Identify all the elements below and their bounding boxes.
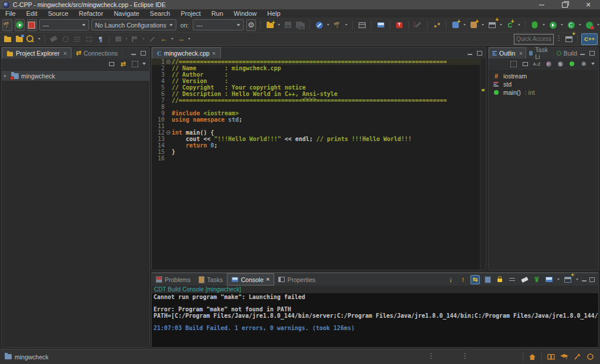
- run-as-icon[interactable]: [548, 20, 558, 30]
- tab-task-list[interactable]: Task Li: [526, 47, 554, 59]
- spelling-marker[interactable]: [482, 89, 485, 91]
- launch-config-combo[interactable]: No Launch Configurations: [91, 19, 176, 30]
- line-number[interactable]: 13: [152, 136, 165, 142]
- chevron-down-icon[interactable]: [142, 38, 145, 40]
- code-line[interactable]: 7//=====================================…: [152, 97, 486, 104]
- block-selection-icon[interactable]: [84, 34, 94, 44]
- show-whitespace-icon[interactable]: ¶: [96, 34, 105, 44]
- maximize-view-icon[interactable]: [141, 51, 146, 56]
- paw-icon[interactable]: [432, 20, 442, 30]
- search-icon[interactable]: [26, 34, 36, 44]
- chevron-down-icon[interactable]: [482, 24, 484, 26]
- skip-breakpoints-icon[interactable]: [314, 20, 324, 30]
- display-console-icon[interactable]: [544, 275, 554, 284]
- code-line[interactable]: 4// Version :: [152, 78, 486, 84]
- menu-item-search[interactable]: Search: [145, 10, 176, 17]
- code-line[interactable]: 8: [152, 104, 486, 110]
- chevron-down-icon[interactable]: [543, 24, 545, 26]
- back-icon[interactable]: ←: [159, 34, 169, 44]
- open-perspective-icon[interactable]: [564, 34, 574, 44]
- code-line[interactable]: 9#include <iostream>: [152, 110, 486, 116]
- minimize-view-icon[interactable]: [582, 280, 587, 281]
- chevron-down-icon[interactable]: [345, 24, 347, 26]
- code-line[interactable]: 5// Copyright : Your copyright notice: [152, 84, 486, 91]
- menu-item-source[interactable]: Source: [43, 10, 74, 17]
- console-view-icon[interactable]: [357, 20, 367, 30]
- line-number[interactable]: 14: [152, 142, 165, 149]
- chevron-down-icon[interactable]: [518, 24, 520, 26]
- tree-item-mingwcheck[interactable]: ▸ mingwcheck: [2, 71, 149, 81]
- open-console-icon[interactable]: [563, 275, 572, 284]
- show-error-in-editor-toggle[interactable]: ⇆: [471, 275, 480, 284]
- open-element-icon[interactable]: [14, 34, 24, 44]
- chevron-down-icon[interactable]: [278, 24, 280, 26]
- line-number[interactable]: 1: [152, 59, 165, 65]
- hide-non-public-icon[interactable]: [568, 60, 576, 68]
- link-with-editor-icon[interactable]: ⇄: [119, 60, 127, 68]
- menu-item-file[interactable]: File: [0, 10, 21, 17]
- line-number[interactable]: 8: [152, 104, 165, 110]
- outline-item-std[interactable]: std: [493, 80, 598, 88]
- open-type-icon[interactable]: [394, 20, 404, 30]
- chevron-down-icon[interactable]: [327, 24, 329, 26]
- code-line[interactable]: 6// Description : Hello World in C++, An…: [152, 91, 486, 97]
- tab-properties[interactable]: Properties: [274, 273, 319, 286]
- chevron-down-icon[interactable]: [557, 279, 560, 280]
- chevron-down-icon[interactable]: [579, 24, 581, 26]
- minimize-view-icon[interactable]: [468, 54, 472, 55]
- line-number[interactable]: 9: [152, 110, 165, 116]
- menu-item-help[interactable]: Help: [262, 10, 286, 17]
- new-wizard-icon[interactable]: [265, 20, 275, 30]
- external-tools-icon[interactable]: [584, 20, 594, 30]
- view-menu-icon[interactable]: [142, 63, 146, 65]
- chevron-down-icon[interactable]: [171, 38, 173, 40]
- profile-icon[interactable]: [566, 20, 576, 30]
- close-icon[interactable]: ✕: [519, 51, 523, 56]
- close-icon[interactable]: ✕: [266, 277, 270, 282]
- code-line[interactable]: 10using namespace std;: [152, 116, 486, 123]
- chevron-down-icon[interactable]: [500, 24, 502, 26]
- restore-button[interactable]: [553, 0, 577, 9]
- collapse-all-icon[interactable]: [521, 60, 529, 68]
- annotation-nav-icon[interactable]: [130, 34, 140, 44]
- hide-fields-icon[interactable]: F: [544, 60, 553, 68]
- cpp-perspective-button[interactable]: C++: [581, 33, 598, 45]
- hide-inactive-icon[interactable]: ✱: [579, 60, 588, 68]
- tab-console[interactable]: Console✕: [227, 273, 274, 286]
- line-number[interactable]: 15: [152, 149, 165, 155]
- console-output[interactable]: Cannot run program "make": Launching fai…: [152, 293, 598, 347]
- home-icon[interactable]: [529, 353, 536, 360]
- code-area[interactable]: 1//=====================================…: [152, 59, 486, 270]
- debug-icon[interactable]: [530, 20, 540, 30]
- slash-icon[interactable]: [147, 34, 157, 44]
- line-number[interactable]: 12: [152, 129, 165, 136]
- code-line[interactable]: 3// Author :: [152, 71, 486, 78]
- forward-icon[interactable]: →: [176, 34, 186, 44]
- wrap-lines-icon[interactable]: [72, 34, 82, 44]
- line-number[interactable]: 2: [152, 65, 165, 71]
- new-cpp-class-icon[interactable]: [451, 20, 461, 30]
- code-line[interactable]: 13 cout << "!!!Hello World!!!" << endl; …: [152, 136, 486, 142]
- stop-button[interactable]: [27, 19, 37, 31]
- quick-access-input[interactable]: [514, 34, 554, 44]
- pencil-slash-icon[interactable]: [413, 20, 423, 30]
- save-icon[interactable]: [283, 20, 293, 30]
- code-line[interactable]: 12int main() {: [152, 129, 486, 136]
- line-number[interactable]: 16: [152, 155, 165, 162]
- tab-tasks[interactable]: Tasks: [195, 273, 227, 286]
- focus-icon[interactable]: [509, 60, 517, 68]
- samples-icon[interactable]: [574, 353, 581, 360]
- build-button[interactable]: [2, 19, 12, 31]
- menu-item-edit[interactable]: Edit: [21, 10, 43, 17]
- previous-error-icon[interactable]: ↑: [458, 275, 468, 284]
- chevron-down-icon[interactable]: [576, 279, 578, 280]
- save-all-icon[interactable]: [295, 20, 305, 30]
- tab-connections[interactable]: ⇄ Connections: [71, 47, 122, 59]
- tab-outline[interactable]: Outlin ✕: [489, 47, 526, 59]
- line-number[interactable]: 4: [152, 78, 165, 84]
- outline-item-iostream[interactable]: #iostream: [493, 72, 598, 80]
- open-resource-icon[interactable]: [2, 34, 12, 44]
- code-line[interactable]: 16: [152, 155, 486, 162]
- build-all-icon[interactable]: [332, 20, 342, 30]
- overview-ruler[interactable]: [480, 59, 486, 270]
